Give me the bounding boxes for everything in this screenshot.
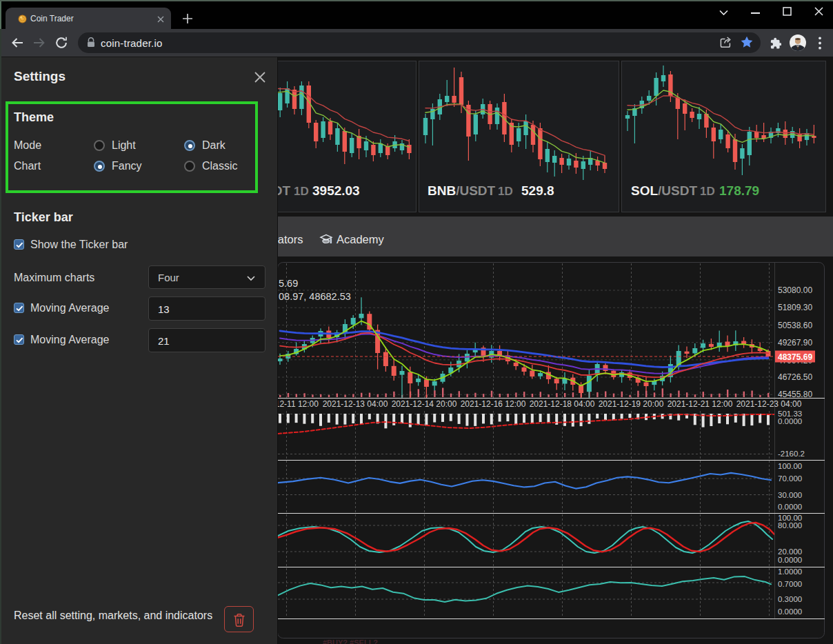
svg-text:-2160.2: -2160.2 [778, 450, 805, 458]
svg-text:0.0000: 0.0000 [778, 607, 802, 616]
svg-text:30.000: 30.000 [778, 491, 802, 499]
svg-text:1D: 1D [700, 185, 715, 198]
svg-text:2021-12-13 04:00: 2021-12-13 04:00 [323, 399, 388, 409]
svg-text:Academy: Academy [337, 233, 385, 245]
svg-text:0.0000: 0.0000 [778, 417, 802, 425]
svg-text:2021-12-16 12:00: 2021-12-16 12:00 [461, 399, 526, 409]
svg-text:20.000: 20.000 [778, 547, 802, 556]
svg-text:0.0000: 0.0000 [778, 503, 802, 511]
svg-text:#BUY? #SELL?: #BUY? #SELL? [323, 638, 378, 644]
svg-text:3952.03: 3952.03 [312, 183, 360, 198]
svg-text:0.0000: 0.0000 [778, 556, 802, 564]
svg-text:51809.30: 51809.30 [778, 303, 812, 312]
svg-text:53080.00: 53080.00 [778, 285, 812, 295]
svg-text:2021-12-23 04:00: 2021-12-23 04:00 [736, 399, 802, 409]
svg-text:46726.50: 46726.50 [778, 372, 812, 382]
svg-text:0.3000: 0.3000 [778, 595, 802, 603]
svg-text:1.0000: 1.0000 [778, 567, 802, 576]
svg-text:2021-12-14 20:00: 2021-12-14 20:00 [392, 399, 457, 409]
svg-text:2021-12-21 12:00: 2021-12-21 12:00 [668, 399, 733, 409]
svg-text:49267.90: 49267.90 [778, 338, 812, 348]
svg-text:70.000: 70.000 [778, 474, 802, 483]
svg-text:48375.69: 48375.69 [778, 352, 812, 362]
svg-text:529.8: 529.8 [521, 183, 554, 198]
svg-text:2021-12-19 20:00: 2021-12-19 20:00 [599, 399, 664, 409]
svg-text:2021-12-18 04:00: 2021-12-18 04:00 [530, 399, 595, 409]
svg-text:1D: 1D [294, 185, 309, 198]
svg-text:100.00: 100.00 [778, 462, 802, 470]
svg-text:178.79: 178.79 [719, 183, 759, 198]
svg-text:5.69: 5.69 [279, 278, 298, 289]
svg-text:80.000: 80.000 [778, 521, 802, 530]
svg-text:0.7000: 0.7000 [778, 580, 802, 588]
svg-text:BNB/USDT: BNB/USDT [428, 183, 496, 198]
svg-text:08.97, 48682.53: 08.97, 48682.53 [279, 291, 351, 302]
svg-text:1D: 1D [498, 185, 513, 198]
svg-text:SOL/USDT: SOL/USDT [631, 183, 697, 198]
svg-text:45455.80: 45455.80 [778, 390, 812, 399]
svg-text:50538.60: 50538.60 [778, 321, 812, 330]
